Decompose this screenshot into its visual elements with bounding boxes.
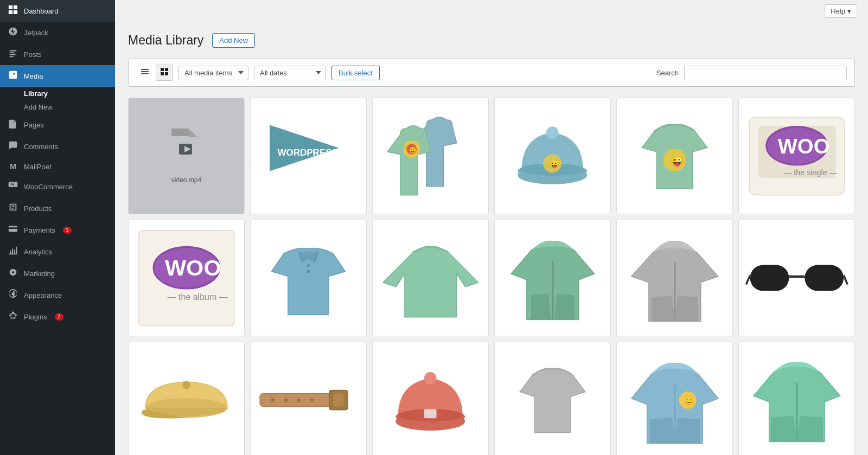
sidebar-label-posts: Posts (24, 50, 42, 59)
sidebar-sub-add-new[interactable]: Add New (0, 100, 115, 114)
media-item-beanie-blue[interactable]: 😛 (494, 98, 611, 214)
sidebar-label-products: Products (24, 204, 52, 213)
svg-text:WOO: WOO (165, 255, 221, 280)
svg-rect-14 (171, 129, 189, 136)
media-item-video[interactable]: video.mp4 (128, 98, 245, 214)
sidebar-label-jetpack: Jetpack (24, 29, 48, 37)
svg-text:😄: 😄 (409, 146, 417, 154)
mailpoet-icon: M (8, 162, 18, 171)
media-grid: video.mp4 WORDPRESS 😄 (128, 98, 855, 455)
search-label: Search (656, 69, 679, 77)
media-item-pennant[interactable]: WORDPRESS (250, 98, 367, 214)
svg-rect-0 (9, 5, 12, 9)
media-item-polo[interactable] (250, 220, 367, 336)
media-item-beanie-orange[interactable] (372, 342, 489, 455)
add-new-button[interactable]: Add New (212, 33, 255, 48)
svg-text:WOO: WOO (777, 134, 829, 158)
video-file-icon (169, 129, 204, 172)
svg-rect-1 (14, 5, 17, 9)
svg-point-54 (284, 398, 288, 402)
sidebar-item-pages[interactable]: Pages (0, 114, 115, 136)
toolbar: All media items Images Audio Video Docum… (128, 59, 855, 87)
help-button[interactable]: Help ▾ (825, 4, 857, 18)
svg-text:😜: 😜 (671, 154, 684, 167)
svg-text:WORDPRESS: WORDPRESS (278, 148, 339, 158)
media-item-tshirt-green[interactable]: 😜 (616, 98, 733, 214)
sidebar: Dashboard Jetpack Posts Media Library Ad… (0, 0, 115, 455)
pages-icon (8, 119, 18, 131)
sidebar-item-woocommerce[interactable]: WooCommerce (0, 176, 115, 197)
plugins-icon (8, 311, 18, 323)
svg-rect-8 (161, 68, 164, 71)
bulk-select-button[interactable]: Bulk select (331, 66, 380, 80)
posts-icon (8, 48, 18, 60)
svg-text:— the album —: — the album — (167, 292, 227, 301)
media-item-longsleeve[interactable] (372, 220, 489, 336)
svg-rect-52 (333, 394, 343, 407)
video-filename: video.mp4 (167, 176, 206, 184)
products-icon (8, 202, 18, 214)
payments-icon (8, 224, 18, 236)
sidebar-sub-add-new-label: Add New (24, 103, 53, 111)
sidebar-item-analytics[interactable]: Analytics (0, 241, 115, 262)
media-item-hoodie-mint[interactable] (738, 342, 855, 455)
search-input[interactable] (684, 66, 847, 80)
media-item-hoodie-gray[interactable] (616, 220, 733, 336)
sidebar-item-payments[interactable]: Payments 1 (0, 219, 115, 241)
sidebar-item-comments[interactable]: Comments (0, 136, 115, 157)
svg-rect-50 (260, 394, 331, 407)
svg-text:— the single —: — the single — (784, 168, 838, 177)
svg-rect-61 (424, 409, 437, 419)
analytics-icon (8, 246, 18, 258)
sidebar-item-plugins[interactable]: Plugins 7 (0, 306, 115, 328)
svg-point-60 (424, 372, 437, 384)
grid-view-button[interactable] (156, 65, 173, 81)
media-item-hoodie-green[interactable] (494, 220, 611, 336)
sidebar-sub-library[interactable]: Library (0, 87, 115, 100)
sidebar-item-appearance[interactable]: Appearance (0, 284, 115, 306)
svg-point-49 (182, 381, 190, 389)
filter-date-select[interactable]: All dates January 2024 December 2023 (254, 66, 326, 80)
svg-rect-10 (161, 72, 164, 75)
sidebar-item-media[interactable]: Media (0, 65, 115, 87)
jetpack-icon (8, 27, 18, 39)
svg-text:😛: 😛 (550, 159, 559, 169)
plugins-badge: 7 (55, 313, 63, 321)
media-item-woo-single[interactable]: WOO — the single — (738, 98, 855, 214)
sidebar-label-appearance: Appearance (24, 291, 62, 299)
media-item-sunglasses[interactable] (738, 220, 855, 336)
sidebar-item-mailpoet[interactable]: M MailPoet (0, 157, 115, 176)
svg-point-39 (307, 264, 310, 267)
help-label: Help (831, 7, 845, 15)
media-item-hoodies[interactable]: 😄 (372, 98, 489, 214)
media-item-cap[interactable] (128, 342, 245, 455)
media-item-hoodie-blue-logo[interactable]: 😊 (616, 342, 733, 455)
page-title-row: Media Library Add New (128, 33, 855, 48)
sidebar-label-dashboard: Dashboard (24, 7, 59, 15)
sidebar-item-products[interactable]: Products (0, 197, 115, 219)
media-item-woo-album[interactable]: WOO — the album — (128, 220, 245, 336)
svg-rect-6 (10, 230, 12, 231)
filter-media-select[interactable]: All media items Images Audio Video Docum… (178, 66, 248, 80)
svg-point-55 (297, 398, 301, 402)
woocommerce-icon (8, 181, 18, 193)
sidebar-item-jetpack[interactable]: Jetpack (0, 22, 115, 43)
media-item-tshirt-gray[interactable] (494, 342, 611, 455)
svg-point-25 (546, 127, 559, 139)
sidebar-label-plugins: Plugins (24, 313, 47, 321)
svg-rect-11 (165, 72, 168, 75)
sidebar-label-pages: Pages (24, 121, 44, 129)
svg-rect-2 (9, 10, 12, 14)
sidebar-label-woocommerce: WooCommerce (24, 183, 73, 191)
list-view-button[interactable] (136, 65, 154, 81)
sidebar-item-dashboard[interactable]: Dashboard (0, 0, 115, 22)
svg-point-40 (307, 270, 310, 273)
sidebar-label-media: Media (24, 72, 43, 80)
svg-rect-44 (805, 265, 844, 291)
sidebar-item-marketing[interactable]: Marketing (0, 262, 115, 284)
media-item-belt[interactable] (250, 342, 367, 455)
sidebar-item-posts[interactable]: Posts (0, 43, 115, 65)
sidebar-label-comments: Comments (24, 143, 58, 151)
svg-point-7 (11, 292, 14, 295)
svg-rect-5 (9, 227, 17, 229)
